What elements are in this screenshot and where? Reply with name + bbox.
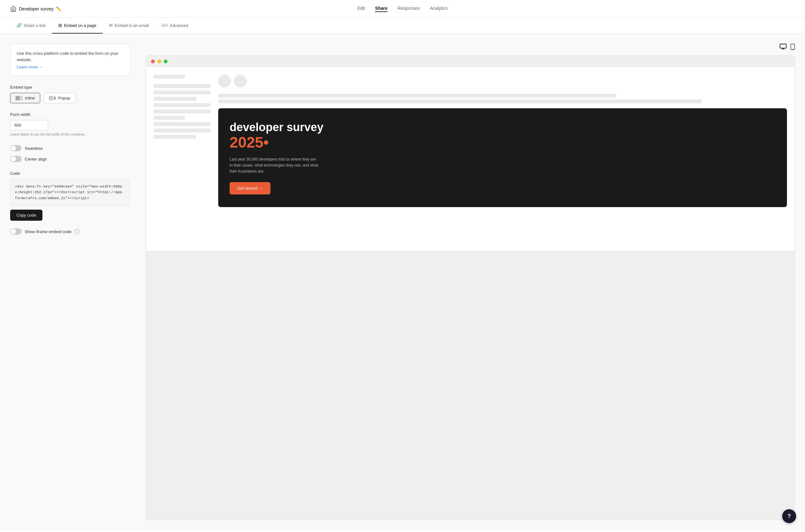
seamless-toggle[interactable] bbox=[10, 145, 21, 151]
iframe-label: Show iframe embed code bbox=[25, 229, 71, 234]
seamless-toggle-row: Seamless bbox=[10, 145, 131, 151]
page-icon: ⊞ bbox=[58, 23, 62, 28]
header-nav: Edit Share Responses Analytics bbox=[357, 6, 447, 12]
nav-analytics[interactable]: Analytics bbox=[430, 6, 448, 12]
survey-preview-card: developer survey 2025• Last year 30,000 … bbox=[218, 108, 787, 207]
code-label: Code bbox=[10, 171, 131, 176]
survey-card-description: Last year 30,000 developers told us wher… bbox=[230, 156, 318, 175]
browser-bar bbox=[146, 56, 794, 67]
form-width-input[interactable] bbox=[10, 120, 48, 131]
toggle-section: Seamless Center align bbox=[10, 145, 131, 162]
learn-more-link[interactable]: Learn more → bbox=[17, 64, 43, 69]
form-width-label: Form width bbox=[10, 112, 131, 117]
iframe-info-icon[interactable]: i bbox=[74, 229, 79, 234]
main-content: Use this cross-platform code to embed th… bbox=[0, 34, 805, 530]
sub-nav: 🔗 Share a link ⊞ Embed on a page ✉ Embed… bbox=[0, 18, 805, 34]
code-snippet: <div data-fc-key="3480caa4" style="max-w… bbox=[10, 179, 131, 206]
inline-icon bbox=[16, 96, 22, 100]
embed-type-group: Inline Popup bbox=[10, 93, 131, 103]
page-skeleton-right: developer survey 2025• Last year 30,000 … bbox=[218, 75, 787, 243]
embed-inline-button[interactable]: Inline bbox=[10, 93, 40, 103]
right-panel: developer survey 2025• Last year 30,000 … bbox=[146, 44, 795, 520]
preview-controls bbox=[146, 44, 795, 52]
survey-card-year: 2025• bbox=[230, 135, 775, 150]
svg-rect-1 bbox=[21, 96, 22, 100]
copy-code-button[interactable]: Copy code bbox=[10, 210, 42, 221]
edit-icon[interactable]: ✏️ bbox=[56, 6, 61, 12]
embed-type-label: Embed type bbox=[10, 85, 131, 90]
tab-embed-page[interactable]: ⊞ Embed on a page bbox=[52, 18, 103, 34]
iframe-section: Show iframe embed code i bbox=[10, 228, 131, 235]
tab-share-link[interactable]: 🔗 Share a link bbox=[10, 18, 52, 34]
survey-card-title: developer survey bbox=[230, 121, 775, 134]
svg-rect-2 bbox=[49, 96, 53, 100]
nav-share[interactable]: Share bbox=[375, 6, 388, 12]
center-align-toggle-row: Center align bbox=[10, 156, 131, 162]
skeleton-avatar-2 bbox=[234, 75, 247, 88]
info-text: Use this cross-platform code to embed th… bbox=[17, 50, 124, 63]
email-icon: ✉ bbox=[109, 23, 113, 28]
center-align-label: Center align bbox=[25, 157, 47, 162]
browser-content: developer survey 2025• Last year 30,000 … bbox=[146, 67, 794, 251]
header-left: Developer survey ✏️ bbox=[10, 6, 61, 12]
survey-title: Developer survey bbox=[19, 6, 54, 12]
nav-responses[interactable]: Responses bbox=[398, 6, 420, 12]
embed-type-section: Embed type Inline Popup bbox=[10, 85, 131, 103]
tab-embed-email[interactable]: ✉ Embed in an email bbox=[102, 18, 155, 34]
desktop-preview-icon[interactable] bbox=[780, 44, 787, 52]
svg-rect-4 bbox=[780, 44, 786, 48]
popup-icon bbox=[49, 96, 56, 100]
browser-dot-yellow bbox=[157, 59, 161, 63]
form-width-hint: Leave blank to use the full width of the… bbox=[10, 132, 131, 136]
header: Developer survey ✏️ Edit Share Responses… bbox=[0, 0, 805, 18]
survey-get-started-button[interactable]: Get started → bbox=[230, 182, 270, 194]
nav-edit[interactable]: Edit bbox=[357, 6, 365, 12]
skeleton-avatar-1 bbox=[218, 75, 231, 88]
help-button[interactable]: ? bbox=[782, 509, 796, 523]
svg-rect-0 bbox=[16, 96, 20, 100]
svg-point-8 bbox=[792, 49, 793, 50]
skeleton-avatar-row bbox=[218, 75, 787, 90]
mobile-preview-icon[interactable] bbox=[790, 44, 795, 52]
browser-dot-red bbox=[151, 59, 155, 63]
seamless-label: Seamless bbox=[25, 146, 43, 151]
embed-popup-button[interactable]: Popup bbox=[43, 93, 76, 103]
survey-year-dot: • bbox=[264, 134, 269, 151]
page-skeleton-left bbox=[154, 75, 211, 243]
home-icon[interactable] bbox=[10, 6, 17, 12]
iframe-toggle[interactable] bbox=[10, 228, 21, 235]
left-panel: Use this cross-platform code to embed th… bbox=[10, 44, 131, 520]
info-box: Use this cross-platform code to embed th… bbox=[10, 44, 131, 76]
browser-dot-green bbox=[164, 59, 168, 63]
link-icon: 🔗 bbox=[17, 23, 22, 28]
center-align-toggle[interactable] bbox=[10, 156, 21, 162]
svg-rect-3 bbox=[54, 97, 56, 100]
tab-advanced[interactable]: </> Advanced bbox=[155, 18, 194, 34]
browser-mockup: developer survey 2025• Last year 30,000 … bbox=[146, 55, 795, 520]
form-width-section: Form width Leave blank to use the full w… bbox=[10, 112, 131, 136]
code-icon: </> bbox=[161, 23, 168, 28]
code-section: Code <div data-fc-key="3480caa4" style="… bbox=[10, 171, 131, 221]
